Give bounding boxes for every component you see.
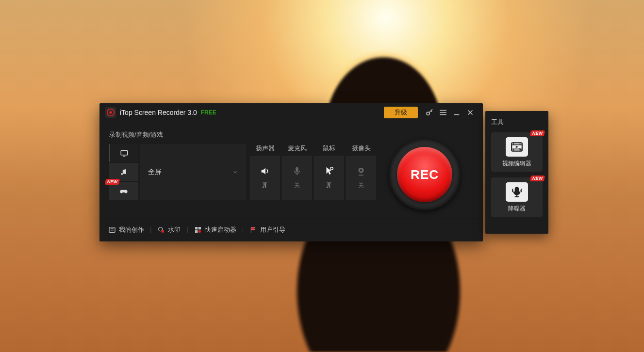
new-badge: NEW — [105, 179, 120, 185]
microphone-icon — [292, 166, 302, 176]
camera-state: 关 — [358, 181, 364, 190]
source-select[interactable]: 全屏 — [140, 144, 246, 200]
svg-point-1 — [109, 111, 112, 114]
mouse-label: 鼠标 — [323, 144, 335, 156]
chevron-down-icon — [232, 169, 238, 175]
minimize-icon[interactable] — [450, 106, 463, 119]
upgrade-button[interactable]: 升级 — [384, 107, 418, 118]
tools-panel-title: 工具 — [491, 118, 543, 127]
footer-watermark[interactable]: 水印 — [157, 225, 181, 234]
main-body: 录制视频/音频/游戏 NEW 全屏 — [99, 122, 483, 219]
camera-label: 摄像头 — [352, 144, 371, 156]
free-badge: FREE — [201, 109, 216, 116]
cursor-icon — [324, 166, 334, 176]
titlebar: iTop Screen Recorder 3.0 FREE 升级 — [99, 103, 483, 122]
watermark-icon — [157, 226, 165, 234]
new-badge: NEW — [530, 130, 545, 136]
source-tabs: NEW — [109, 144, 138, 200]
main-window: iTop Screen Recorder 3.0 FREE 升级 录制视频/音频… — [99, 103, 483, 241]
svg-point-12 — [330, 167, 333, 170]
svg-point-2 — [427, 112, 429, 115]
svg-rect-4 — [440, 112, 446, 113]
svg-point-21 — [198, 230, 200, 232]
list-icon — [108, 226, 116, 234]
footer-launcher[interactable]: 快速启动器 — [194, 225, 236, 234]
record-button-label: REC — [397, 147, 452, 202]
record-area: REC — [376, 130, 473, 219]
speaker-label: 扬声器 — [256, 144, 275, 156]
svg-rect-11 — [296, 167, 298, 172]
source-select-value: 全屏 — [148, 168, 162, 176]
footer-my-creations[interactable]: 我的创作 — [108, 225, 144, 234]
flag-icon — [249, 226, 257, 234]
source-tab-screen[interactable] — [109, 144, 138, 162]
tool-video-editor[interactable]: NEW 视频编辑器 — [491, 132, 543, 172]
mic-state: 关 — [294, 181, 300, 190]
footer-watermark-label: 水印 — [168, 225, 181, 234]
app-title: iTop Screen Recorder 3.0 — [120, 109, 197, 116]
footer-bar: 我的创作 | 水印 | 快速启动器 | 用户引导 — [99, 219, 483, 240]
denoiser-icon — [506, 182, 528, 202]
footer-divider: | — [148, 226, 153, 233]
footer-launcher-label: 快速启动器 — [205, 225, 236, 234]
webcam-icon — [356, 166, 366, 176]
speaker-state: 开 — [262, 181, 268, 190]
svg-rect-18 — [195, 227, 198, 229]
tool-video-editor-label: 视频编辑器 — [502, 160, 531, 168]
footer-guide-label: 用户引导 — [260, 225, 285, 234]
mouse-state: 开 — [326, 181, 332, 190]
svg-rect-8 — [123, 156, 126, 157]
toggle-group: 扬声器 开 麦克风 关 鼠标 — [250, 144, 376, 200]
svg-rect-7 — [121, 150, 128, 155]
source-section: 录制视频/音频/游戏 NEW 全屏 — [109, 130, 376, 219]
app-logo-icon — [105, 107, 116, 118]
footer-guide[interactable]: 用户引导 — [249, 225, 285, 234]
svg-point-9 — [121, 173, 123, 175]
footer-divider: | — [240, 226, 246, 233]
source-section-label: 录制视频/音频/游戏 — [109, 130, 376, 139]
tool-denoiser[interactable]: NEW 降噪器 — [491, 177, 543, 217]
svg-rect-19 — [198, 227, 200, 229]
record-button[interactable]: REC — [389, 139, 461, 210]
speaker-toggle[interactable]: 开 — [250, 156, 280, 200]
mic-toggle[interactable]: 关 — [282, 156, 312, 200]
svg-rect-5 — [440, 114, 446, 115]
video-editor-icon — [506, 137, 528, 157]
key-icon[interactable] — [423, 106, 436, 119]
footer-my-creations-label: 我的创作 — [119, 225, 144, 234]
svg-rect-20 — [195, 230, 198, 232]
mic-label: 麦克风 — [288, 144, 307, 156]
menu-icon[interactable] — [436, 106, 450, 119]
source-tab-audio[interactable] — [109, 163, 138, 181]
svg-rect-6 — [454, 114, 460, 115]
source-tab-game[interactable]: NEW — [109, 182, 138, 200]
camera-toggle[interactable]: 关 — [346, 156, 376, 200]
tool-denoiser-label: 降噪器 — [508, 205, 526, 213]
launcher-icon — [194, 226, 202, 234]
svg-point-14 — [360, 169, 363, 172]
mouse-toggle[interactable]: 开 — [314, 156, 344, 200]
svg-rect-3 — [440, 110, 446, 111]
svg-point-17 — [162, 230, 164, 232]
footer-divider: | — [184, 226, 190, 233]
tools-panel: 工具 NEW 视频编辑器 NEW 降噪器 — [485, 111, 548, 234]
new-badge: NEW — [530, 176, 545, 181]
svg-point-10 — [124, 172, 126, 174]
close-icon[interactable] — [463, 106, 477, 119]
speaker-icon — [260, 166, 270, 176]
